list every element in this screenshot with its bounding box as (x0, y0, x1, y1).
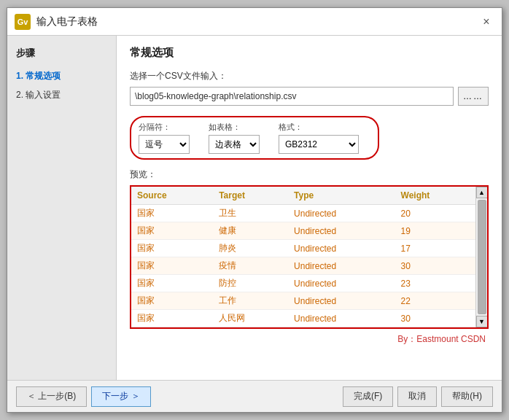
cell-2-0: 国家 (131, 240, 213, 257)
cell-4-1: 防控 (213, 275, 288, 292)
browse-button[interactable]: …… (458, 87, 489, 106)
col-weight: Weight (395, 187, 475, 205)
dropdowns-container: 分隔符： 逗号 如表格： 边表格 格式： GB2312 (130, 116, 379, 160)
scroll-down-btn[interactable]: ▼ (476, 316, 488, 327)
cell-2-1: 肺炎 (213, 240, 288, 257)
cell-3-2: Undirected (288, 257, 395, 275)
help-button[interactable]: 帮助(H) (441, 386, 493, 407)
format-select[interactable]: GB2312 (279, 135, 359, 154)
title-bar: Gv 输入电子表格 × (7, 8, 502, 36)
sidebar: 步骤 1. 常规选项 2. 输入设置 (7, 36, 117, 380)
col-source: Source (131, 187, 213, 205)
scrollbar[interactable]: ▲ ▼ (475, 187, 487, 327)
cell-3-1: 疫情 (213, 257, 288, 275)
cell-4-0: 国家 (131, 275, 213, 292)
cell-0-2: Undirected (288, 205, 395, 222)
back-button[interactable]: ＜ 上一步(B) (16, 386, 87, 407)
separator-label: 分隔符： (139, 122, 190, 133)
scroll-thumb[interactable] (478, 200, 486, 314)
preview-table: Source Target Type Weight 国家卫生Undirected… (131, 187, 475, 327)
sidebar-title: 步骤 (16, 47, 107, 60)
cell-4-2: Undirected (288, 275, 395, 292)
dialog-title: 输入电子表格 (36, 15, 478, 28)
cell-6-1: 人民网 (213, 310, 288, 327)
preview-scroll[interactable]: Source Target Type Weight 国家卫生Undirected… (131, 187, 475, 327)
col-target: Target (213, 187, 288, 205)
table-label: 如表格： (209, 122, 260, 133)
file-input[interactable] (130, 87, 454, 106)
table-row: 国家健康Undirected19 (131, 222, 475, 240)
cell-4-3: 23 (395, 275, 475, 292)
cancel-button[interactable]: 取消 (397, 386, 437, 407)
cell-5-3: 22 (395, 292, 475, 310)
scroll-up-btn[interactable]: ▲ (476, 187, 488, 198)
cell-1-0: 国家 (131, 222, 213, 240)
separator-select[interactable]: 逗号 (139, 135, 190, 154)
cell-5-1: 工作 (213, 292, 288, 310)
preview-wrapper: Source Target Type Weight 国家卫生Undirected… (131, 187, 487, 327)
cell-1-3: 19 (395, 222, 475, 240)
table-header-row: Source Target Type Weight (131, 187, 475, 205)
cell-0-1: 卫生 (213, 205, 288, 222)
cell-5-0: 国家 (131, 292, 213, 310)
col-type: Type (288, 187, 395, 205)
cell-6-3: 30 (395, 310, 475, 327)
app-logo: Gv (15, 14, 31, 30)
format-label: 格式： (279, 122, 359, 133)
preview-label: 预览： (130, 168, 489, 181)
table-select[interactable]: 边表格 (209, 135, 260, 154)
cell-3-3: 30 (395, 257, 475, 275)
separator-group: 分隔符： 逗号 (139, 122, 190, 154)
file-row: …… (130, 87, 489, 106)
dialog: Gv 输入电子表格 × 步骤 1. 常规选项 2. 输入设置 常规选项 选择一个… (7, 7, 502, 413)
cell-2-3: 17 (395, 240, 475, 257)
cell-6-0: 国家 (131, 310, 213, 327)
table-row: 国家人民网Undirected30 (131, 310, 475, 327)
sidebar-item-import[interactable]: 2. 输入设置 (16, 88, 107, 103)
table-row: 国家防控Undirected23 (131, 275, 475, 292)
table-row: 国家卫生Undirected20 (131, 205, 475, 222)
table-row: 国家肺炎Undirected17 (131, 240, 475, 257)
cell-1-2: Undirected (288, 222, 395, 240)
bottom-bar: ＜ 上一步(B) 下一步 ＞ 完成(F) 取消 帮助(H) (7, 380, 502, 412)
format-group: 格式： GB2312 (279, 122, 359, 154)
cell-5-2: Undirected (288, 292, 395, 310)
table-row: 国家疫情Undirected30 (131, 257, 475, 275)
cell-1-1: 健康 (213, 222, 288, 240)
cell-2-2: Undirected (288, 240, 395, 257)
table-type-group: 如表格： 边表格 (209, 122, 260, 154)
sidebar-item-general[interactable]: 1. 常规选项 (16, 69, 107, 84)
cell-0-3: 20 (395, 205, 475, 222)
next-button[interactable]: 下一步 ＞ (91, 386, 150, 407)
cell-3-0: 国家 (131, 257, 213, 275)
dialog-body: 步骤 1. 常规选项 2. 输入设置 常规选项 选择一个CSV文件输入： …… … (7, 36, 502, 380)
main-panel: 常规选项 选择一个CSV文件输入： …… 分隔符： 逗号 如表格： 边表 (117, 36, 502, 380)
finish-button[interactable]: 完成(F) (343, 386, 393, 407)
preview-container: Source Target Type Weight 国家卫生Undirected… (130, 185, 489, 329)
cell-6-2: Undirected (288, 310, 395, 327)
table-row: 国家工作Undirected22 (131, 292, 475, 310)
cell-0-0: 国家 (131, 205, 213, 222)
close-button[interactable]: × (478, 14, 494, 30)
section-title: 常规选项 (130, 46, 489, 60)
watermark: By：Eastmount CSDN (130, 333, 489, 346)
file-label: 选择一个CSV文件输入： (130, 70, 489, 82)
